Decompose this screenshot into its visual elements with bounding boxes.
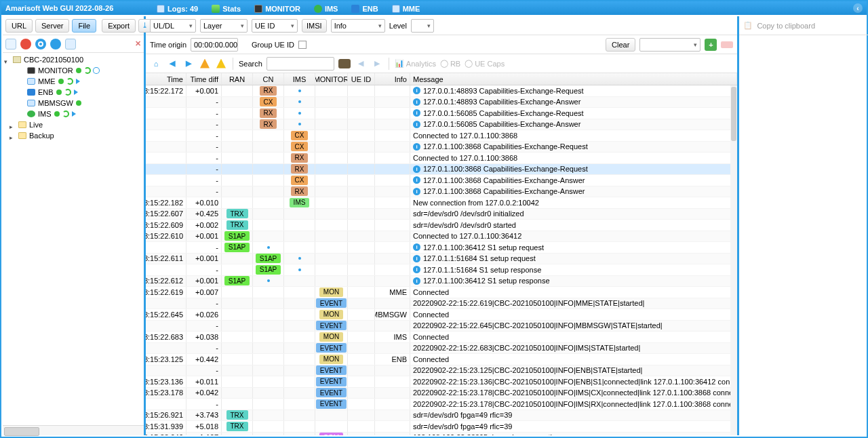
log-row[interactable]: 18:15:22.607 +0.425 TRX sdr=/dev/sdr0 /d… [146, 209, 737, 220]
info-icon: i [413, 165, 420, 173]
refresh-icon[interactable] [65, 39, 76, 49]
reload-icon[interactable] [62, 111, 69, 117]
add-icon[interactable]: + [705, 39, 717, 51]
prev-icon[interactable]: ◀ [166, 58, 178, 70]
log-row[interactable]: 18:15:22.172 +0.001 RX i127.0.0.1:48893 … [146, 85, 737, 97]
uecaps-button[interactable]: ◯ UE Caps [465, 59, 505, 68]
tree-node-mbmsgw[interactable]: MBMSGW [3, 98, 144, 108]
log-row[interactable]: - EVENT 20220902-22:15:22.619|CBC-202105… [146, 298, 737, 310]
log-row[interactable]: 18:15:23.178 +0.042 EVENT 20220902-22:15… [146, 388, 737, 399]
clear-combo[interactable]: ▾ [639, 38, 701, 52]
tree-backup[interactable]: Backup [3, 130, 144, 141]
export-button[interactable]: Export [102, 19, 136, 33]
server-button[interactable]: Server [35, 19, 69, 33]
search-next-icon[interactable]: ▶ [371, 58, 383, 70]
log-row[interactable]: - EVENT 20220902-22:15:23.178|CBC-202105… [146, 399, 737, 410]
tab-enb[interactable]: ENB [346, 3, 383, 15]
level-combo[interactable]: ▾ [411, 19, 434, 33]
log-row[interactable]: - CX i127.0.0.1:48893 Capabilities-Excha… [146, 97, 737, 108]
tree-live[interactable]: Live [3, 119, 144, 130]
tree-node-mme[interactable]: MME [3, 76, 144, 87]
log-row[interactable]: 18:15:33.046 +1.107 COM 192.168.100.32:3… [146, 433, 737, 436]
wand-icon[interactable] [5, 39, 16, 49]
log-row[interactable]: - EVENT 20220902-22:15:23.125|CBC-202105… [146, 365, 737, 377]
log-row[interactable]: 18:15:22.683 +0.038 MON IMS Connected [146, 332, 737, 343]
imsi-button[interactable]: IMSI [302, 19, 327, 33]
col-mon[interactable]: MONITOR [315, 73, 348, 85]
tab-stats[interactable]: Stats [206, 3, 246, 15]
log-row[interactable]: 18:15:23.136 +0.011 EVENT 20220902-22:15… [146, 376, 737, 388]
file-button[interactable]: File [72, 19, 96, 33]
log-row[interactable]: - S1AP i127.0.1.100:36412 S1 setup reque… [146, 242, 737, 254]
log-row[interactable]: 18:15:22.619 +0.007 MON MME Connected [146, 287, 737, 298]
info-combo[interactable]: Info▾ [331, 19, 385, 33]
rb-button[interactable]: ◯ RB [440, 59, 460, 68]
log-row[interactable]: - S1AP i127.0.1.1:51684 S1 setup respons… [146, 264, 737, 276]
vertical-scrollbar[interactable] [730, 85, 737, 435]
play-icon[interactable] [74, 89, 78, 95]
analytics-button[interactable]: 📊 Analytics [395, 59, 436, 68]
log-row[interactable]: 18:15:22.182 +0.010 IMS New connection f… [146, 197, 737, 209]
log-row[interactable]: - RX i127.0.1.100:3868 Capabilities-Exch… [146, 186, 737, 198]
log-row[interactable]: 18:15:31.939 +5.018 TRX sdr=/dev/sdr0 fp… [146, 421, 737, 433]
log-row[interactable]: 18:15:22.611 +0.001 S1AP i127.0.1.1:5168… [146, 254, 737, 265]
warn-icon[interactable] [215, 58, 227, 70]
play-icon[interactable] [94, 68, 99, 73]
reload-icon[interactable] [66, 78, 73, 85]
log-row[interactable]: 18:15:22.609 +0.002 TRX sdr=/dev/sdr0 /d… [146, 220, 737, 231]
stop-icon[interactable] [20, 39, 31, 49]
log-row[interactable]: 18:15:26.921 +3.743 TRX sdr=/dev/sdr0 fp… [146, 410, 737, 422]
tree-root[interactable]: CBC-2021050100 [3, 54, 144, 65]
tab-monitor[interactable]: MONITOR [249, 3, 306, 15]
col-info[interactable]: Info [375, 73, 410, 85]
log-row[interactable]: - CX i127.0.1.100:3868 Capabilities-Exch… [146, 142, 737, 153]
log-row[interactable]: - CX Connected to 127.0.1.100:3868 [146, 130, 737, 142]
log-row[interactable]: - EVENT 20220902-22:15:22.683|CBC-202105… [146, 343, 737, 355]
tab-ims[interactable]: IMS [309, 3, 344, 15]
log-row[interactable]: - RX Connected to 127.0.1.100:3868 [146, 153, 737, 164]
tree-node-enb[interactable]: ENB [3, 87, 144, 98]
log-row[interactable]: - RX i127.0.0.1:56085 Capabilities-Excha… [146, 119, 737, 131]
next-icon[interactable]: ▶ [182, 58, 195, 70]
reload-icon[interactable] [64, 89, 71, 96]
col-ue[interactable]: UE ID [348, 73, 375, 85]
tab-mme[interactable]: MME [387, 3, 426, 15]
log-row[interactable]: 18:15:22.612 +0.001 S1AP i127.0.1.100:36… [146, 276, 737, 287]
horizontal-scrollbar[interactable] [3, 425, 144, 435]
uldl-combo[interactable]: UL/DL▾ [150, 19, 196, 33]
clock-icon[interactable] [50, 39, 61, 49]
remove-icon[interactable] [721, 41, 733, 48]
log-row[interactable]: 18:15:22.645 +0.026 MON MBMSGW Connected [146, 309, 737, 321]
url-button[interactable]: URL [5, 19, 33, 33]
tree-node-monitor[interactable]: MONITOR [3, 65, 144, 76]
search-input[interactable] [267, 57, 334, 71]
tree-node-ims[interactable]: IMS [3, 108, 144, 119]
col-ran[interactable]: RAN [222, 73, 253, 85]
log-row[interactable]: - RX i127.0.1.100:3868 Capabilities-Exch… [146, 164, 737, 176]
log-row[interactable]: 18:15:23.125 +0.442 MON ENB Connected [146, 354, 737, 365]
layer-combo[interactable]: Layer▾ [200, 19, 248, 33]
col-ims[interactable]: IMS [284, 73, 315, 85]
binoculars-icon[interactable] [338, 58, 351, 70]
clear-button[interactable]: Clear [606, 38, 635, 52]
log-row[interactable]: - EVENT 20220902-22:15:22.645|CBC-202105… [146, 321, 737, 332]
close-icon[interactable]: ✕ [135, 39, 141, 48]
col-time[interactable]: Time [146, 73, 186, 85]
reload-icon[interactable] [84, 67, 91, 74]
tab-logs[interactable]: Logs: 49 [151, 3, 203, 15]
ueid-combo[interactable]: UE ID▾ [252, 19, 298, 33]
record-icon[interactable] [35, 39, 46, 49]
time-origin-input[interactable]: 00:00:00.000 [191, 38, 238, 52]
log-row[interactable]: - CX i127.0.1.100:3868 Capabilities-Exch… [146, 175, 737, 186]
search-prev-icon[interactable]: ◀ [355, 58, 367, 70]
play-icon[interactable] [72, 111, 76, 117]
log-row[interactable]: 18:15:22.610 +0.001 S1AP Connected to 12… [146, 231, 737, 243]
col-diff[interactable]: Time diff [186, 73, 222, 85]
error-icon[interactable] [199, 58, 211, 70]
col-cn[interactable]: CN [253, 73, 284, 85]
group-ueid-checkbox[interactable] [298, 41, 307, 49]
col-msg[interactable]: Message [410, 73, 737, 85]
log-row[interactable]: - RX i127.0.0.1:56085 Capabilities-Excha… [146, 108, 737, 119]
play-icon[interactable] [76, 79, 80, 84]
home-icon[interactable]: ⌂ [150, 58, 162, 70]
